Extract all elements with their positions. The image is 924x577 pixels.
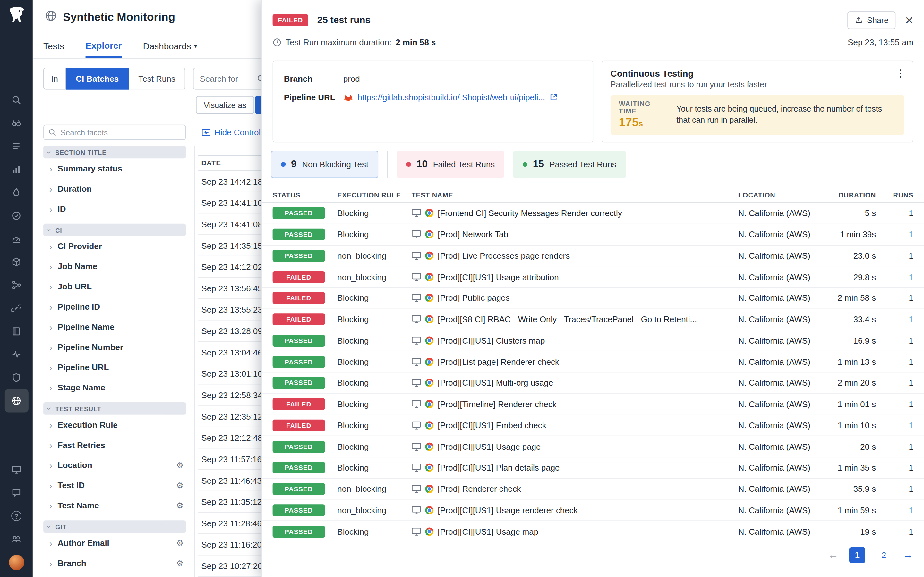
test-run-row[interactable]: PASSED Blocking [Prod][CI][US1] Clusters… (262, 330, 924, 351)
facet-item[interactable]: › Summary status ⚙ (43, 158, 186, 179)
facet-item[interactable]: › Location ⚙ (43, 455, 186, 475)
displays-icon[interactable] (5, 458, 28, 481)
facet-item[interactable]: › Pipeline ID ⚙ (43, 297, 186, 317)
apm-icon[interactable] (5, 181, 28, 204)
ci-batches-toggle[interactable]: CI Batches (66, 68, 129, 89)
test-run-row[interactable]: PASSED non_blocking [Prod][CI][US1] Usag… (262, 500, 924, 521)
waiting-time-value: 175 (619, 116, 639, 129)
pipeline-url-link[interactable]: https://gitlab.shopistbuild.io/ Shopist/… (343, 92, 557, 102)
visualize-as-button[interactable]: Visualize as (196, 96, 254, 114)
waiting-time-message: Your tests are being queued, increase th… (676, 104, 896, 125)
gear-icon[interactable]: ⚙ (176, 460, 184, 470)
hide-controls-link[interactable]: Hide Controls (201, 127, 265, 137)
execution-rule: Blocking (337, 335, 411, 345)
test-run-row[interactable]: PASSED Blocking [Prod][CI][US1] Multi-or… (262, 372, 924, 394)
test-batch-drawer: FAILED 25 test runs Share × Test Run max… (261, 0, 924, 577)
test-runs-count: 1 (876, 230, 913, 239)
datadog-logo-icon[interactable] (5, 4, 27, 27)
table-header-row: STATUS EXECUTION RULE TEST NAME LOCATION… (262, 187, 924, 203)
security-icon[interactable] (5, 366, 28, 389)
facet-section-header[interactable]: › CI (43, 224, 186, 236)
test-run-row[interactable]: FAILED Blocking [Prod] Public pages N. C… (262, 288, 924, 309)
tab-tests[interactable]: Tests (43, 34, 64, 58)
facet-item[interactable]: › Job Name ⚙ (43, 256, 186, 277)
test-run-row[interactable]: PASSED Blocking [Prod][CI][US1] Usage pa… (262, 436, 924, 458)
test-run-row[interactable]: PASSED Blocking [Prod] Network Tab N. Ca… (262, 224, 924, 245)
test-duration: 1 min 10 s (827, 421, 876, 430)
user-avatar[interactable] (5, 551, 28, 574)
chrome-icon (425, 230, 433, 239)
integrations-icon[interactable] (5, 297, 28, 320)
test-run-row[interactable]: FAILED Blocking [Prod][CI][US1] Embed ch… (262, 415, 924, 436)
watchdog-icon[interactable] (5, 111, 28, 135)
organization-icon[interactable] (5, 528, 28, 551)
notebooks-icon[interactable] (5, 320, 28, 343)
batch-timestamp: Sep 23, 13:55 am (848, 37, 913, 47)
test-run-row[interactable]: PASSED non_blocking [Prod] Renderer chec… (262, 479, 924, 500)
facet-section-header[interactable]: › GIT (43, 520, 186, 533)
facet-item[interactable]: › Duration ⚙ (43, 179, 186, 199)
facet-item[interactable]: › Pipeline Name ⚙ (43, 317, 186, 337)
gear-icon[interactable]: ⚙ (176, 501, 184, 510)
browser-test-icon (412, 315, 421, 324)
facet-item[interactable]: › Job URL ⚙ (43, 277, 186, 297)
page-1-button[interactable]: 1 (849, 547, 865, 563)
test-run-row[interactable]: FAILED non_blocking [Prod][CI][US1] Usag… (262, 267, 924, 288)
prev-page-arrow-icon[interactable]: ← (828, 549, 838, 561)
help-icon[interactable]: ? (5, 504, 28, 527)
chrome-icon (425, 315, 433, 324)
facet-item[interactable]: › Fast Retries ⚙ (43, 435, 186, 455)
test-runs-toggle[interactable]: Test Runs (129, 68, 186, 89)
facet-item[interactable]: › CI Provider ⚙ (43, 236, 186, 256)
facet-item[interactable]: › Pipeline Number ⚙ (43, 337, 186, 357)
infrastructure-icon[interactable] (5, 250, 28, 274)
synthetic-monitoring-icon[interactable] (5, 389, 28, 412)
blue-dot-icon (281, 162, 286, 167)
facet-search (43, 125, 186, 140)
tab-dashboards[interactable]: Dashboards ▾ (143, 34, 197, 58)
pipelines-icon[interactable] (5, 274, 28, 297)
facet-item[interactable]: › Branch ⚙ (43, 553, 186, 573)
test-run-row[interactable]: PASSED Blocking [Prod][CI][US1] Usage ma… (262, 521, 924, 542)
test-run-row[interactable]: FAILED Blocking [Prod][S8 CI] RBAC - Wri… (262, 309, 924, 330)
facet-item[interactable]: › Execution Rule ⚙ (43, 415, 186, 435)
chrome-icon (425, 358, 433, 366)
dashboards-icon[interactable] (5, 227, 28, 250)
support-chat-icon[interactable] (5, 481, 28, 504)
test-run-row[interactable]: PASSED non_blocking [Prod] Live Processe… (262, 245, 924, 266)
close-icon[interactable]: × (905, 13, 913, 27)
facet-search-input[interactable] (43, 125, 186, 140)
facet-item[interactable]: › Pipeline URL ⚙ (43, 357, 186, 377)
failed-runs-pill[interactable]: 10 Failed Test Runs (397, 151, 504, 178)
test-run-row[interactable]: PASSED Blocking [Prod][CI][US1] Plan det… (262, 458, 924, 479)
facet-section-header[interactable]: › TEST RESULT (43, 402, 186, 415)
non-blocking-pill[interactable]: 9 Non Blocking Test (271, 151, 379, 178)
page-2-button[interactable]: 2 (876, 547, 892, 563)
logs-icon[interactable] (5, 135, 28, 158)
passed-runs-pill[interactable]: 15 Passed Test Runs (513, 151, 626, 178)
test-duration: 29.8 s (827, 272, 876, 282)
gear-icon[interactable]: ⚙ (176, 538, 184, 548)
facet-section-header[interactable]: › SECTION TITLE (43, 146, 186, 158)
search-icon[interactable] (5, 89, 28, 111)
facet-item[interactable]: › Stage Name ⚙ (43, 377, 186, 398)
metrics-icon[interactable] (5, 158, 28, 181)
test-run-row[interactable]: PASSED Blocking [Frontend CI] Security M… (262, 203, 924, 224)
ci-visibility-icon[interactable] (5, 204, 28, 227)
in-selector[interactable]: In (43, 68, 66, 89)
next-page-arrow-icon[interactable]: → (903, 549, 913, 561)
gear-icon[interactable]: ⚙ (176, 480, 184, 490)
kebab-menu-icon[interactable]: ⋮ (895, 67, 905, 79)
share-button[interactable]: Share (847, 11, 895, 29)
facet-item[interactable]: › Author Email ⚙ (43, 533, 186, 553)
test-run-row[interactable]: FAILED Blocking [Prod][Timeline] Rendere… (262, 394, 924, 415)
gear-icon[interactable]: ⚙ (176, 558, 184, 568)
facet-item[interactable]: › Test Name ⚙ (43, 496, 186, 516)
tab-explorer[interactable]: Explorer (86, 34, 122, 58)
test-location: N. California (AWS) (738, 272, 827, 282)
test-run-row[interactable]: PASSED Blocking [Prod][List page] Render… (262, 351, 924, 372)
monitors-icon[interactable] (5, 343, 28, 366)
facet-item[interactable]: › Test ID ⚙ (43, 475, 186, 496)
browser-test-icon (412, 464, 421, 472)
facet-item[interactable]: › ID ⚙ (43, 199, 186, 219)
